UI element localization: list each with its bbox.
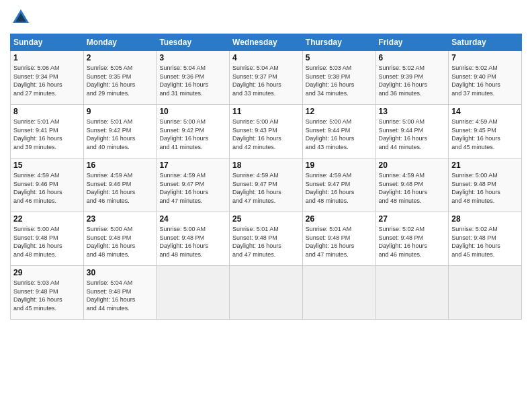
table-cell: 1 Sunrise: 5:06 AM Sunset: 9:34 PM Dayli… (11, 51, 84, 105)
day-number: 7 (451, 53, 519, 62)
table-cell: 5 Sunrise: 5:03 AM Sunset: 9:38 PM Dayli… (302, 51, 375, 105)
day-number: 4 (232, 53, 300, 62)
table-cell: 6 Sunrise: 5:02 AM Sunset: 9:39 PM Dayli… (375, 51, 449, 105)
week-row-4: 22 Sunrise: 5:00 AM Sunset: 9:48 PM Dayl… (11, 212, 522, 266)
table-cell: 26 Sunrise: 5:01 AM Sunset: 9:48 PM Dayl… (302, 212, 375, 266)
day-info: Sunrise: 5:02 AM Sunset: 9:48 PM Dayligh… (451, 225, 519, 259)
weekday-monday: Monday (83, 34, 157, 51)
day-number: 25 (232, 214, 300, 224)
weekday-thursday: Thursday (302, 34, 375, 51)
table-cell: 2 Sunrise: 5:05 AM Sunset: 9:35 PM Dayli… (83, 51, 157, 105)
day-number: 11 (232, 107, 300, 116)
day-info: Sunrise: 5:05 AM Sunset: 9:35 PM Dayligh… (87, 64, 154, 97)
weekday-saturday: Saturday (449, 34, 522, 51)
calendar-table: SundayMondayTuesdayWednesdayThursdayFrid… (10, 34, 522, 320)
day-number: 17 (159, 161, 226, 170)
table-cell (230, 266, 303, 320)
header (10, 7, 522, 28)
table-cell: 25 Sunrise: 5:01 AM Sunset: 9:48 PM Dayl… (230, 212, 303, 266)
table-cell: 4 Sunrise: 5:04 AM Sunset: 9:37 PM Dayli… (230, 51, 303, 105)
day-number: 30 (87, 268, 154, 277)
day-info: Sunrise: 5:02 AM Sunset: 9:39 PM Dayligh… (379, 64, 446, 97)
table-cell (375, 266, 449, 320)
day-number: 27 (379, 214, 446, 224)
day-info: Sunrise: 5:01 AM Sunset: 9:48 PM Dayligh… (306, 225, 373, 259)
week-row-5: 29 Sunrise: 5:03 AM Sunset: 9:48 PM Dayl… (11, 266, 522, 320)
table-cell: 13 Sunrise: 5:00 AM Sunset: 9:44 PM Dayl… (375, 105, 449, 158)
day-number: 26 (306, 214, 373, 224)
day-number: 3 (159, 53, 226, 62)
table-cell: 12 Sunrise: 5:00 AM Sunset: 9:44 PM Dayl… (302, 105, 375, 158)
day-info: Sunrise: 5:06 AM Sunset: 9:34 PM Dayligh… (13, 64, 81, 97)
day-number: 6 (379, 53, 446, 62)
day-info: Sunrise: 5:00 AM Sunset: 9:44 PM Dayligh… (306, 118, 373, 151)
day-info: Sunrise: 4:59 AM Sunset: 9:45 PM Dayligh… (451, 118, 519, 151)
day-info: Sunrise: 5:03 AM Sunset: 9:48 PM Dayligh… (13, 279, 81, 312)
table-cell (302, 266, 375, 320)
day-number: 24 (159, 214, 226, 224)
day-number: 8 (13, 107, 81, 116)
week-row-1: 1 Sunrise: 5:06 AM Sunset: 9:34 PM Dayli… (11, 51, 522, 105)
table-cell: 7 Sunrise: 5:02 AM Sunset: 9:40 PM Dayli… (449, 51, 522, 105)
day-number: 14 (451, 107, 519, 116)
day-number: 16 (87, 161, 154, 170)
day-info: Sunrise: 4:59 AM Sunset: 9:46 PM Dayligh… (87, 171, 154, 205)
day-info: Sunrise: 5:00 AM Sunset: 9:48 PM Dayligh… (13, 225, 81, 259)
day-number: 12 (306, 107, 373, 116)
table-cell: 28 Sunrise: 5:02 AM Sunset: 9:48 PM Dayl… (449, 212, 522, 266)
day-number: 21 (451, 161, 519, 170)
day-info: Sunrise: 5:04 AM Sunset: 9:37 PM Dayligh… (232, 64, 300, 97)
table-cell: 22 Sunrise: 5:00 AM Sunset: 9:48 PM Dayl… (11, 212, 84, 266)
day-info: Sunrise: 4:59 AM Sunset: 9:48 PM Dayligh… (379, 171, 446, 205)
weekday-wednesday: Wednesday (230, 34, 303, 51)
day-info: Sunrise: 5:00 AM Sunset: 9:44 PM Dayligh… (379, 118, 446, 151)
table-cell: 14 Sunrise: 4:59 AM Sunset: 9:45 PM Dayl… (449, 105, 522, 158)
table-cell: 21 Sunrise: 5:00 AM Sunset: 9:48 PM Dayl… (449, 158, 522, 212)
day-number: 18 (232, 161, 300, 170)
table-cell: 30 Sunrise: 5:04 AM Sunset: 9:48 PM Dayl… (83, 266, 157, 320)
day-number: 1 (13, 53, 81, 62)
day-number: 23 (87, 214, 154, 224)
table-cell (449, 266, 522, 320)
day-info: Sunrise: 4:59 AM Sunset: 9:46 PM Dayligh… (13, 171, 81, 205)
week-row-2: 8 Sunrise: 5:01 AM Sunset: 9:41 PM Dayli… (11, 105, 522, 158)
day-number: 29 (13, 268, 81, 277)
day-info: Sunrise: 5:00 AM Sunset: 9:42 PM Dayligh… (159, 118, 226, 151)
day-number: 28 (451, 214, 519, 224)
day-info: Sunrise: 5:00 AM Sunset: 9:48 PM Dayligh… (87, 225, 154, 259)
day-info: Sunrise: 4:59 AM Sunset: 9:47 PM Dayligh… (306, 171, 373, 205)
logo-icon (10, 7, 32, 28)
table-cell: 19 Sunrise: 4:59 AM Sunset: 9:47 PM Dayl… (302, 158, 375, 212)
table-cell: 9 Sunrise: 5:01 AM Sunset: 9:42 PM Dayli… (83, 105, 157, 158)
table-cell: 15 Sunrise: 4:59 AM Sunset: 9:46 PM Dayl… (11, 158, 84, 212)
day-info: Sunrise: 5:02 AM Sunset: 9:48 PM Dayligh… (379, 225, 446, 259)
day-number: 9 (87, 107, 154, 116)
table-cell: 8 Sunrise: 5:01 AM Sunset: 9:41 PM Dayli… (11, 105, 84, 158)
calendar-body: 1 Sunrise: 5:06 AM Sunset: 9:34 PM Dayli… (11, 51, 522, 320)
table-cell (157, 266, 230, 320)
page: SundayMondayTuesdayWednesdayThursdayFrid… (0, 0, 532, 411)
day-number: 22 (13, 214, 81, 224)
day-number: 15 (13, 161, 81, 170)
day-number: 5 (306, 53, 373, 62)
weekday-sunday: Sunday (11, 34, 84, 51)
day-number: 19 (306, 161, 373, 170)
day-info: Sunrise: 4:59 AM Sunset: 9:47 PM Dayligh… (159, 171, 226, 205)
day-number: 20 (379, 161, 446, 170)
table-cell: 23 Sunrise: 5:00 AM Sunset: 9:48 PM Dayl… (83, 212, 157, 266)
table-cell: 11 Sunrise: 5:00 AM Sunset: 9:43 PM Dayl… (230, 105, 303, 158)
table-cell: 20 Sunrise: 4:59 AM Sunset: 9:48 PM Dayl… (375, 158, 449, 212)
day-info: Sunrise: 5:04 AM Sunset: 9:36 PM Dayligh… (159, 64, 226, 97)
day-info: Sunrise: 5:00 AM Sunset: 9:43 PM Dayligh… (232, 118, 300, 151)
table-cell: 27 Sunrise: 5:02 AM Sunset: 9:48 PM Dayl… (375, 212, 449, 266)
table-cell: 3 Sunrise: 5:04 AM Sunset: 9:36 PM Dayli… (157, 51, 230, 105)
day-number: 2 (87, 53, 154, 62)
day-info: Sunrise: 5:01 AM Sunset: 9:42 PM Dayligh… (87, 118, 154, 151)
table-cell: 17 Sunrise: 4:59 AM Sunset: 9:47 PM Dayl… (157, 158, 230, 212)
table-cell: 29 Sunrise: 5:03 AM Sunset: 9:48 PM Dayl… (11, 266, 84, 320)
day-info: Sunrise: 5:01 AM Sunset: 9:41 PM Dayligh… (13, 118, 81, 151)
day-info: Sunrise: 5:00 AM Sunset: 9:48 PM Dayligh… (159, 225, 226, 259)
day-number: 10 (159, 107, 226, 116)
day-info: Sunrise: 5:01 AM Sunset: 9:48 PM Dayligh… (232, 225, 300, 259)
day-number: 13 (379, 107, 446, 116)
